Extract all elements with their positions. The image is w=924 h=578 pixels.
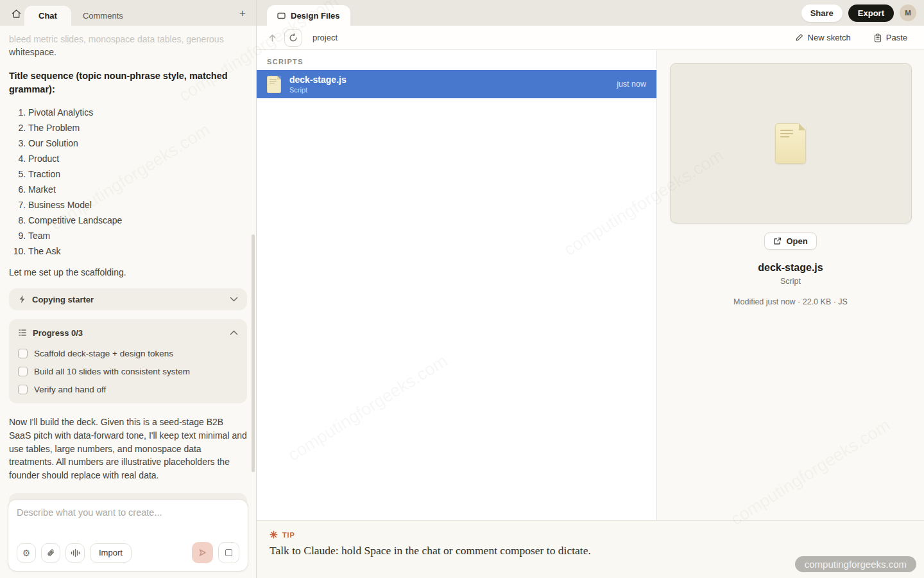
tab-chat-label: Chat (38, 11, 57, 21)
gear-icon: ⚙ (22, 548, 31, 557)
list-item: Team (28, 228, 247, 243)
settings-button[interactable]: ⚙ (17, 543, 36, 563)
file-row-deck-stage[interactable]: deck-stage.js Script just now (257, 70, 656, 98)
refresh-button[interactable] (284, 29, 302, 47)
tab-design-files-label: Design Files (291, 11, 340, 21)
chat-panel: Chat Comments + bleed metric slides, mon… (0, 0, 257, 578)
dictate-button[interactable] (65, 543, 85, 563)
list-item: Pivotal Analytics (28, 105, 247, 120)
scripts-section-label: SCRIPTS (257, 50, 656, 70)
home-icon (11, 8, 22, 19)
new-sketch-label: New sketch (808, 33, 851, 42)
up-arrow-icon (268, 33, 277, 42)
open-button-label: Open (786, 236, 807, 246)
avatar[interactable]: M (900, 4, 916, 21)
tab-design-files[interactable]: Design Files (267, 5, 350, 26)
pencil-icon (796, 33, 803, 42)
progress-panel: Progress 0/3 Scaffold deck-stage + desig… (9, 319, 247, 403)
list-item: Market (28, 182, 247, 197)
share-button[interactable]: Share (801, 4, 843, 22)
progress-item-label: Scaffold deck-stage + design tokens (34, 349, 173, 358)
main-header: Design Files Share Export M (257, 0, 924, 26)
progress-item: Scaffold deck-stage + design tokens (18, 349, 238, 358)
title-sequence-heading: Title sequence (topic noun-phrase style,… (9, 69, 247, 96)
chat-transcript[interactable]: bleed metric slides, monospace data tabl… (0, 26, 256, 578)
stop-icon (225, 549, 232, 556)
tab-chat[interactable]: Chat (24, 6, 71, 26)
file-list: SCRIPTS deck-stage.js Script just now (257, 50, 656, 520)
tip-label: TIP (282, 531, 295, 539)
checkbox[interactable] (18, 367, 28, 376)
waveform-icon (71, 548, 80, 557)
list-item: Our Solution (28, 136, 247, 151)
new-sketch-button[interactable]: New sketch (796, 33, 851, 42)
open-button[interactable]: Open (764, 232, 816, 250)
chevron-up-icon (230, 330, 238, 335)
composer-input[interactable] (17, 507, 239, 534)
import-button[interactable]: Import (90, 543, 132, 563)
scaffolding-line: Let me set up the scaffolding. (9, 267, 247, 277)
clipboard-icon (874, 33, 882, 42)
starburst-icon (270, 530, 278, 539)
title-sequence-list: Pivotal Analytics The Problem Our Soluti… (9, 105, 247, 259)
list-item: Traction (28, 166, 247, 182)
list-item: The Problem (28, 120, 247, 136)
tab-comments[interactable]: Comments (71, 6, 135, 26)
list-item: Business Model (28, 197, 247, 213)
preview-card (670, 63, 912, 223)
add-tab-button[interactable]: + (235, 6, 250, 21)
script-file-icon (267, 76, 281, 93)
checkbox[interactable] (18, 349, 28, 358)
chat-paragraph: Now I'll build the deck. Given this is a… (9, 416, 247, 482)
chat-panel-header: Chat Comments + (0, 0, 256, 26)
preview-file-type: Script (780, 277, 801, 286)
tip-text: Talk to Claude: hold Space in the chat o… (270, 544, 911, 557)
script-file-icon-large (775, 123, 806, 164)
paperclip-icon (46, 548, 55, 557)
up-directory-button[interactable] (263, 29, 281, 47)
chevron-down-icon (230, 297, 238, 302)
progress-item-label: Verify and hand off (34, 385, 106, 394)
progress-item-label: Build all 10 slides with consistent syst… (34, 367, 190, 376)
paste-label: Paste (886, 33, 907, 42)
chat-clipped-text: bleed metric slides, monospace data tabl… (9, 33, 247, 46)
attach-button[interactable] (41, 543, 60, 563)
bolt-icon (18, 295, 26, 304)
progress-item: Verify and hand off (18, 385, 238, 394)
design-files-icon (277, 12, 286, 19)
tab-comments-label: Comments (83, 11, 123, 21)
plus-icon: + (239, 7, 246, 20)
chat-scrollbar-thumb[interactable] (252, 234, 255, 472)
file-name: deck-stage.js (289, 74, 346, 85)
export-button[interactable]: Export (848, 4, 894, 22)
progress-item: Build all 10 slides with consistent syst… (18, 367, 238, 376)
preview-file-name: deck-stage.js (758, 262, 823, 274)
list-item: The Ask (28, 243, 247, 259)
file-type: Script (289, 86, 346, 94)
checklist-icon (18, 328, 27, 337)
paste-button[interactable]: Paste (874, 33, 907, 42)
main-area: Design Files Share Export M project (257, 0, 924, 578)
tip-bar: TIP Talk to Claude: hold Space in the ch… (257, 520, 924, 578)
copying-starter-toggle[interactable]: Copying starter (9, 288, 247, 310)
import-button-label: Import (99, 548, 123, 557)
chat-clipped-text-2: whitespace. (9, 46, 247, 58)
file-modified-time: just now (617, 80, 646, 89)
list-item: Product (28, 151, 247, 166)
files-toolbar: project New sketch Paste (257, 26, 924, 50)
copying-starter-label: Copying starter (32, 295, 94, 304)
external-link-icon (773, 237, 782, 245)
send-icon (198, 548, 207, 557)
list-item: Competitive Landscape (28, 213, 247, 228)
progress-toggle[interactable]: Progress 0/3 (18, 325, 238, 340)
progress-label: Progress 0/3 (33, 328, 83, 338)
preview-file-meta: Modified just now · 22.0 KB · JS (733, 297, 848, 306)
file-preview-panel: Open deck-stage.js Script Modified just … (656, 50, 924, 520)
stop-button[interactable] (218, 542, 239, 563)
breadcrumb: project (312, 33, 338, 42)
refresh-icon (289, 33, 298, 42)
checkbox[interactable] (18, 385, 28, 394)
message-composer: ⚙ Import (8, 499, 248, 572)
home-button[interactable] (8, 5, 24, 22)
send-button[interactable] (192, 542, 213, 563)
